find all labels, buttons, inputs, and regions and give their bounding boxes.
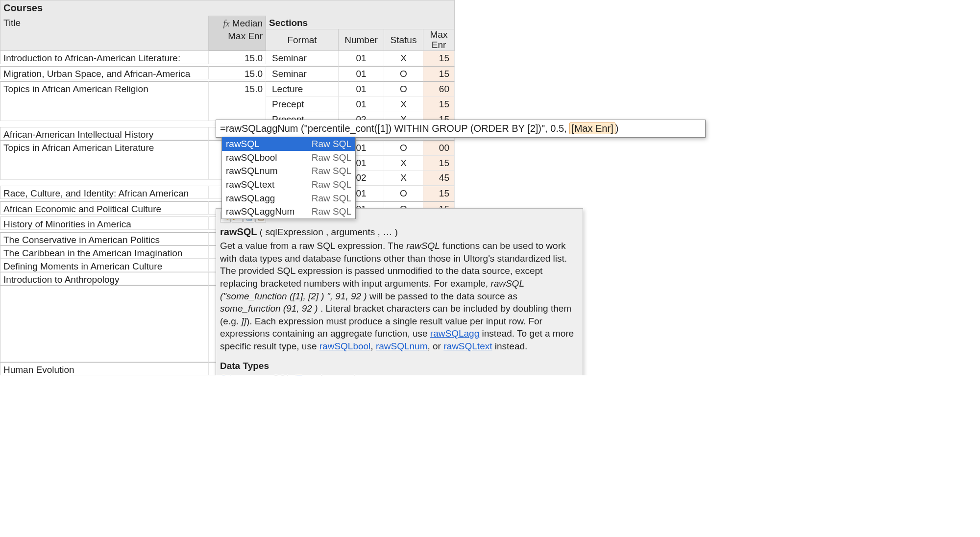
autocomplete-item[interactable]: rawSQLRaw SQL <box>222 137 355 151</box>
section-status[interactable]: X <box>384 171 423 186</box>
course-row: Introduction to African-American Literat… <box>0 51 455 66</box>
section-max-enr[interactable]: 60 <box>423 81 455 97</box>
autocomplete-item-name: rawSQLaggNum <box>226 205 294 218</box>
help-text: instead. <box>492 341 528 351</box>
col-header-sections[interactable]: Sections <box>266 16 455 29</box>
section-format[interactable]: Seminar <box>266 51 339 66</box>
section-max-enr[interactable]: 45 <box>423 171 455 186</box>
col-header-title-label: Title <box>3 17 21 29</box>
help-text: , or <box>428 341 444 351</box>
course-title-cell[interactable]: Topics in African American Religion <box>0 81 209 121</box>
col-header-median[interactable]: fx Median Max Enr <box>209 16 266 51</box>
autocomplete-item-name: rawSQLtext <box>226 178 274 191</box>
section-status[interactable]: X <box>384 156 423 171</box>
section-number[interactable]: 01 <box>339 51 384 66</box>
autocomplete-item-category: Raw SQL <box>312 192 351 205</box>
help-fn-name: rawSQL <box>220 226 257 237</box>
course-title-cell[interactable]: Defining Moments in American Culture <box>0 259 209 272</box>
autocomplete-dropdown[interactable]: rawSQLRaw SQLrawSQLboolRaw SQLrawSQLnumR… <box>221 137 356 219</box>
median-label: Median <box>232 18 263 28</box>
median-cell[interactable]: 15.0 <box>209 66 266 79</box>
formula-text-prefix: =rawSQLaggNum ("percentile_cont([1]) WIT… <box>220 123 569 134</box>
autocomplete-item-name: rawSQLbool <box>226 151 277 164</box>
formula-editor[interactable]: =rawSQLaggNum ("percentile_cont([1]) WIT… <box>216 120 706 138</box>
section-number[interactable]: 01 <box>339 66 384 82</box>
median-cell[interactable]: 15.0 <box>209 51 266 64</box>
section-number[interactable]: 01 <box>339 81 384 97</box>
autocomplete-item[interactable]: rawSQLaggNumRaw SQL <box>222 205 355 219</box>
course-title-cell[interactable] <box>0 285 209 362</box>
median-cell[interactable]: 15.0 <box>209 81 266 121</box>
section-status[interactable]: O <box>384 186 423 201</box>
help-link-rawsqlagg[interactable]: rawSQLagg <box>430 328 479 339</box>
course-title-cell[interactable]: The Conservative in American Politics <box>0 232 209 245</box>
autocomplete-item-name: rawSQL <box>226 138 260 150</box>
section-max-enr[interactable]: 15 <box>423 66 455 82</box>
autocomplete-item[interactable]: rawSQLaggRaw SQL <box>222 192 355 205</box>
section-max-enr[interactable]: 15 <box>423 156 455 171</box>
help-fn-args: ( sqlExpression , arguments , … ) <box>257 227 398 237</box>
course-title-cell[interactable]: Introduction to African-American Literat… <box>0 51 209 64</box>
help-example: some_function (91, 92 ) <box>220 303 318 314</box>
help-text: will be passed to the data source as <box>367 291 517 301</box>
autocomplete-item-name: rawSQLnum <box>226 165 278 177</box>
col-header-max-enr[interactable]: Max Enr <box>423 29 455 51</box>
course-title-cell[interactable]: Migration, Urban Space, and African-Amer… <box>0 66 209 79</box>
autocomplete-item-category: Raw SQL <box>312 165 351 177</box>
col-header-format[interactable]: Format <box>266 29 339 51</box>
section-max-enr[interactable]: 15 <box>423 186 455 201</box>
help-datatypes: Other ← rawSQL (Text, Any , … ) <box>220 372 579 375</box>
section-status[interactable]: X <box>384 51 423 66</box>
course-title-cell[interactable]: African-American Intellectual History <box>0 127 209 140</box>
course-title-cell[interactable]: African Economic and Political Culture <box>0 201 209 215</box>
help-link-rawsqlnum[interactable]: rawSQLnum <box>376 341 428 351</box>
autocomplete-item-category: Raw SQL <box>312 178 351 191</box>
function-help-panel: rawSQL ( sqlExpression , arguments , … )… <box>216 208 583 375</box>
section-max-enr[interactable]: 00 <box>423 140 455 156</box>
col-header-title[interactable]: Title <box>0 16 209 51</box>
col-header-status[interactable]: Status <box>384 29 423 51</box>
fx-icon: fx <box>223 19 229 28</box>
autocomplete-item[interactable]: rawSQLtextRaw SQL <box>222 178 355 192</box>
data-grid: Courses Title fx Median Max Enr Sections… <box>0 0 715 375</box>
help-link-other[interactable]: Other <box>220 373 244 375</box>
median-sublabel: Max Enr <box>228 30 263 43</box>
help-signature: rawSQL ( sqlExpression , arguments , … ) <box>220 225 579 239</box>
section-status[interactable]: O <box>384 140 423 156</box>
section-max-enr[interactable]: 15 <box>423 97 455 112</box>
section-max-enr[interactable]: 15 <box>423 51 455 66</box>
course-title-cell[interactable]: Race, Culture, and Identity: African Ame… <box>0 186 209 199</box>
table-title-courses: Courses <box>0 0 455 16</box>
autocomplete-item[interactable]: rawSQLboolRaw SQL <box>222 151 355 165</box>
section-number[interactable]: 01 <box>339 97 384 112</box>
section-status[interactable]: O <box>384 66 423 82</box>
autocomplete-item-category: Raw SQL <box>312 138 351 150</box>
section-format[interactable]: Seminar <box>266 66 339 82</box>
section-format[interactable]: Precept <box>266 97 339 112</box>
formula-column-ref[interactable]: [Max Enr] <box>569 122 615 134</box>
help-text: , <box>370 341 376 351</box>
course-title-cell[interactable]: Topics in African American Literature <box>0 140 209 180</box>
help-datatypes-title: Data Types <box>220 360 579 372</box>
course-title-cell[interactable]: Human Evolution <box>0 362 209 375</box>
section-row: Lecture01O60 <box>266 81 455 97</box>
formula-text-suffix: ) <box>615 123 619 134</box>
col-header-number[interactable]: Number <box>339 29 384 51</box>
section-status[interactable]: X <box>384 97 423 112</box>
autocomplete-item[interactable]: rawSQLnumRaw SQL <box>222 164 355 178</box>
help-text: ← rawSQL ( <box>244 373 297 375</box>
section-row: Seminar01O15 <box>266 66 455 82</box>
help-link-text[interactable]: Text <box>297 373 314 375</box>
course-title-cell[interactable]: Introduction to Anthropology <box>0 272 209 285</box>
help-link-rawsqlbool[interactable]: rawSQLbool <box>319 341 371 351</box>
section-status[interactable]: O <box>384 81 423 97</box>
help-link-rawsqltext[interactable]: rawSQLtext <box>443 341 492 351</box>
section-row: Precept01X15 <box>266 97 455 112</box>
section-row: Seminar01X15 <box>266 51 455 66</box>
section-format[interactable]: Lecture <box>266 81 339 97</box>
help-text: Get a value from a raw SQL expression. T… <box>220 241 406 251</box>
course-title-cell[interactable]: History of Minorities in America <box>0 217 209 230</box>
course-title-cell[interactable]: The Caribbean in the American Imaginatio… <box>0 245 209 259</box>
help-text: , Any , … ) <box>314 373 357 375</box>
autocomplete-item-name: rawSQLagg <box>226 192 275 205</box>
